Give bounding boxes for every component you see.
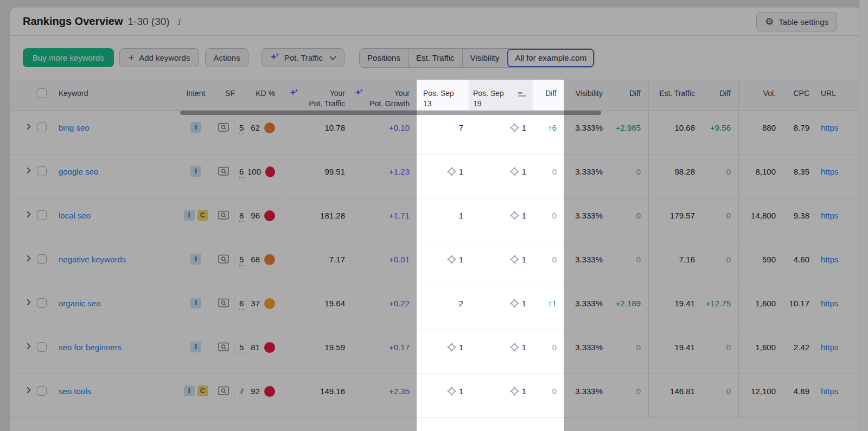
keyword-link[interactable]: organic seo — [59, 298, 101, 309]
cpc-value: 9.38 — [794, 210, 809, 221]
intent-badge-i[interactable]: I — [190, 122, 201, 133]
intent-badge-i[interactable]: I — [190, 342, 201, 352]
pos-sep13-cell: 2 — [417, 286, 469, 330]
intent-badge-i[interactable]: I — [190, 166, 201, 177]
intent-badge-i[interactable]: I — [184, 385, 195, 396]
keyword-link[interactable]: seo tools — [59, 386, 91, 397]
tab-positions[interactable]: Positions — [360, 49, 408, 67]
serp-features-count[interactable]: 6 — [239, 298, 244, 310]
pos-sep13-cell: 1 — [417, 330, 469, 374]
tab-est-traffic[interactable]: Est. Traffic — [408, 49, 462, 67]
row-expand-chevron[interactable] — [10, 198, 37, 242]
row-checkbox[interactable] — [37, 298, 47, 308]
url-link[interactable]: https — [821, 123, 839, 133]
add-keywords-button[interactable]: + Add keywords — [119, 48, 200, 67]
column-header-keyword[interactable]: Keyword — [54, 80, 179, 110]
vertical-scrollbar-gutter[interactable] — [859, 0, 868, 431]
column-header-pos-sep19[interactable]: Pos. Sep 19 — [469, 80, 533, 110]
serp-features-cell: 8 — [213, 198, 247, 242]
column-header-cpc[interactable]: CPC — [782, 80, 815, 110]
row-expand-chevron[interactable] — [10, 330, 37, 374]
pot-traffic-dropdown[interactable]: Pot. Traffic — [261, 48, 344, 67]
select-all-checkbox[interactable] — [37, 88, 47, 98]
row-expand-chevron[interactable] — [10, 286, 37, 330]
row-checkbox[interactable] — [37, 166, 47, 176]
intent-badge-i[interactable]: I — [190, 298, 201, 308]
url-link[interactable]: https — [821, 210, 839, 221]
visibility-value: 3.333% — [575, 386, 603, 397]
row-expand-chevron[interactable] — [10, 155, 37, 198]
serp-features-icon[interactable] — [218, 386, 229, 398]
info-icon[interactable]: i — [177, 16, 180, 27]
column-header-diff[interactable]: Diff — [533, 80, 564, 110]
serp-features-count[interactable]: 5 — [239, 342, 244, 353]
column-header-kd[interactable]: KD % — [247, 80, 285, 110]
intent-badge-c[interactable]: C — [197, 210, 208, 221]
visibility-diff-value: 0 — [636, 210, 641, 221]
keyword-link[interactable]: bing seo — [59, 123, 90, 133]
keyword-link[interactable]: negative keywords — [59, 254, 126, 265]
row-checkbox[interactable] — [37, 342, 47, 352]
url-link[interactable]: https — [821, 386, 839, 397]
visibility-diff-value: +2.189 — [616, 298, 641, 309]
position-value: 1 — [522, 254, 526, 265]
tab-all-for-example[interactable]: All for example.com — [507, 49, 594, 67]
column-header-est-traffic[interactable]: Est. Traffic — [649, 80, 701, 110]
intent-badge-i[interactable]: I — [190, 254, 201, 265]
serp-features-icon[interactable] — [218, 210, 229, 223]
table-settings-button[interactable]: ⚙ Table settings — [756, 12, 837, 31]
serp-features-icon[interactable] — [218, 254, 229, 267]
actions-button[interactable]: Actions — [205, 48, 248, 67]
row-expand-chevron[interactable] — [10, 111, 37, 154]
url-link[interactable]: https — [821, 342, 839, 353]
serp-features-icon[interactable] — [218, 342, 229, 355]
url-link[interactable]: https — [821, 166, 839, 177]
visibility-cell: 3.333% — [564, 286, 610, 330]
buy-more-keywords-button[interactable]: Buy more keywords — [23, 48, 114, 67]
keyword-link[interactable]: seo for beginners — [59, 342, 122, 353]
url-link[interactable]: https — [821, 298, 839, 309]
keyword-cell: negative keywords — [54, 242, 179, 286]
row-checkbox[interactable] — [37, 254, 47, 264]
column-header-pot-growth[interactable]: YourPot. Growth — [350, 80, 417, 110]
url-link[interactable]: https — [821, 254, 839, 265]
serp-features-count[interactable]: 5 — [239, 123, 244, 134]
column-header-pos-sep13[interactable]: Pos. Sep 13 — [417, 80, 469, 110]
pot-traffic-cell: 7.17 — [285, 242, 350, 286]
serp-features-count[interactable]: 8 — [239, 210, 244, 222]
column-header-intent[interactable]: Intent — [179, 80, 213, 110]
row-expand-chevron[interactable] — [10, 242, 37, 286]
cpc-value: 8.35 — [794, 166, 809, 177]
serp-features-icon[interactable] — [218, 166, 229, 179]
column-header-url[interactable]: URL — [815, 80, 859, 110]
horizontal-scrollbar[interactable] — [180, 111, 601, 115]
column-header-diff3[interactable]: Diff — [701, 80, 739, 110]
divider — [234, 297, 234, 311]
serp-features-count[interactable]: 7 — [239, 386, 244, 397]
serp-features-count[interactable]: 6 — [239, 166, 244, 178]
row-checkbox[interactable] — [37, 123, 47, 132]
est-traffic-value: 19.41 — [674, 298, 695, 309]
tab-visibility[interactable]: Visibility — [462, 49, 507, 67]
pos-diff-cell: 0 — [533, 330, 564, 374]
pos-sep13-cell: 1 — [417, 155, 469, 198]
header-spacer — [10, 80, 37, 110]
column-header-diff2[interactable]: Diff — [610, 80, 649, 110]
row-checkbox[interactable] — [37, 210, 47, 220]
keyword-link[interactable]: local seo — [59, 210, 91, 221]
serp-features-icon[interactable] — [218, 298, 229, 311]
column-header-visibility[interactable]: Visibility — [564, 80, 610, 110]
row-expand-chevron[interactable] — [10, 374, 37, 417]
column-header-vol[interactable]: Vol. — [739, 80, 782, 110]
visibility-diff-value: 0 — [636, 386, 641, 397]
serp-features-count[interactable]: 5 — [239, 254, 244, 266]
keyword-link[interactable]: google seo — [59, 166, 98, 177]
serp-features-icon[interactable] — [218, 123, 229, 135]
intent-badge-c[interactable]: C — [197, 385, 208, 396]
column-header-sf[interactable]: SF — [213, 80, 247, 110]
serp-features-cell: 5 — [213, 330, 247, 374]
column-header-pot-traffic[interactable]: YourPot. Traffic — [285, 80, 350, 110]
intent-badge-i[interactable]: I — [184, 210, 195, 221]
row-checkbox[interactable] — [37, 386, 47, 396]
pos-diff-value: 0 — [552, 210, 557, 221]
